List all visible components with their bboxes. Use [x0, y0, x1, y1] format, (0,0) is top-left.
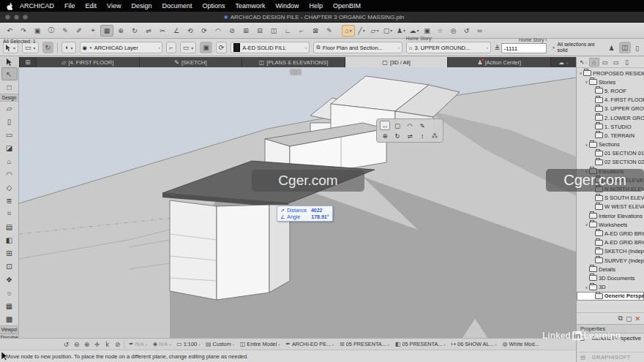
quick-option[interactable]: ✒ ARCHI-ED PE... ›	[282, 341, 337, 347]
tree-expander-icon[interactable]: ∨	[584, 222, 589, 227]
navigator-header-button[interactable]: ▭	[600, 58, 610, 67]
home-story-dropdown[interactable]: ⌂ 3. UPPER GROUND... ›	[406, 42, 491, 53]
tree-item[interactable]: 4. FIRST FLOOR	[577, 96, 644, 105]
tree-item[interactable]: ∨ Worksheets	[577, 220, 644, 229]
navigator-header-button[interactable]: ⌂	[589, 58, 599, 67]
properties-settings-row[interactable]	[577, 343, 644, 352]
quick-option[interactable]: ▤ Custom ›	[203, 341, 237, 347]
menu-item[interactable]: Options	[197, 2, 230, 10]
navigator-footer-button[interactable]: ⧉	[618, 314, 623, 323]
tree-item[interactable]: ∨ PROPOSED RESIDENCE	[577, 69, 644, 78]
tool-button[interactable]: ⊡	[1, 260, 18, 273]
menu-item[interactable]: Window	[271, 2, 304, 10]
tree-item[interactable]: ∨ 3D	[577, 283, 644, 292]
tool-button[interactable]: ≣	[1, 194, 18, 207]
tool-button[interactable]: ◇	[1, 181, 18, 194]
rotate-view-button[interactable]: ↻	[42, 42, 54, 53]
toolbar-dropdown-button[interactable]: ↺	[460, 25, 473, 37]
quick-option[interactable]: ◫ Entire Model ›	[237, 341, 283, 347]
tree-expander-icon[interactable]: ∨	[578, 71, 583, 75]
quick-option[interactable]: ◍ White Mod...	[500, 341, 544, 347]
tool-button[interactable]: ⌗	[1, 207, 18, 220]
tool-button[interactable]: ☼	[1, 286, 18, 299]
pet-palette-button[interactable]: ⁂	[430, 131, 440, 140]
toolbar-dropdown-button[interactable]: ▣	[421, 25, 434, 37]
navigator-header-button[interactable]: ▭	[611, 58, 621, 67]
tool-button[interactable]: ▤	[1, 220, 18, 233]
quick-option[interactable]: ✒ N/A ›	[126, 341, 150, 347]
tool-button[interactable]: ⌂	[1, 154, 18, 167]
toolbox-group-viewpoint[interactable]: Viewpoi	[0, 325, 18, 333]
toolbar-icon-button[interactable]: ⟳	[198, 25, 211, 37]
tool-button[interactable]: ▱	[1, 102, 18, 115]
pet-palette-button[interactable]: ⊕	[380, 131, 390, 140]
quick-option[interactable]: ◧ 05 PRESENTA... ›	[392, 341, 449, 347]
menu-item[interactable]: Teamwork	[230, 2, 270, 10]
tool-button[interactable]: ⊞	[1, 246, 18, 260]
tree-expander-icon[interactable]: ∨	[584, 80, 589, 84]
minimize-window-button[interactable]	[14, 15, 19, 20]
tree-item[interactable]: 1. STUDIO	[577, 122, 644, 131]
apple-icon[interactable]	[4, 2, 15, 10]
menu-item[interactable]: Help	[304, 2, 329, 10]
menu-item[interactable]: OpenBIM	[328, 2, 366, 10]
book-button[interactable]: ▯	[633, 43, 641, 53]
toolbar-icon-button[interactable]: ⟲	[184, 25, 197, 37]
tool-button[interactable]: ▭	[1, 128, 18, 141]
toolbar-icon-button[interactable]: ◫	[267, 25, 280, 37]
toolbar-icon-button[interactable]: ∠	[170, 25, 183, 37]
toolbar-icon-button[interactable]: ↷	[17, 25, 30, 37]
angle-value[interactable]: 178.91°	[311, 214, 329, 219]
toolbar-icon-button[interactable]: ⊕	[114, 25, 127, 37]
toolbar-icon-button[interactable]: ⌖	[86, 25, 100, 37]
tree-item[interactable]: SKETCH (Indepen	[577, 247, 644, 256]
toolbar-icon-button[interactable]: ⊠	[309, 25, 322, 37]
arrow-tool-tab-button[interactable]	[0, 57, 20, 67]
pet-palette-button[interactable]: ↔	[380, 121, 390, 130]
toolbar-dropdown-button[interactable]: ▱▾	[368, 25, 381, 37]
tool-button[interactable]: ❖	[1, 273, 18, 286]
tree-item[interactable]: ∨ Sections	[577, 140, 644, 149]
close-window-button[interactable]	[5, 15, 10, 20]
toolbar-icon-button[interactable]: ↻	[128, 25, 141, 37]
pet-palette-button[interactable]: ↕	[417, 131, 427, 140]
tree-item[interactable]: 0. TERRAIN	[577, 131, 644, 140]
quick-option[interactable]: ↦ 06 SHOW AL... ›	[448, 341, 499, 347]
tree-item[interactable]: A-ED GRID BRICK	[577, 238, 644, 247]
menu-item[interactable]: Edit	[80, 2, 102, 10]
zoom-window-button[interactable]	[23, 15, 28, 20]
distance-value[interactable]: 4022	[311, 208, 323, 213]
pet-palette-button[interactable]: ◠	[405, 121, 415, 130]
toolbar-dropdown-button[interactable]: ◎	[447, 25, 460, 37]
tree-item[interactable]: S SOUTH ELEVAT	[577, 194, 644, 203]
magnet-icon[interactable]: ◔	[550, 44, 555, 52]
navigator-footer-button[interactable]: ✕	[634, 315, 640, 323]
view-nav-button[interactable]: ⊘	[113, 341, 122, 348]
tree-item[interactable]: 3D Documents	[577, 274, 644, 282]
corner-method-button[interactable]: ⌐	[166, 42, 176, 53]
toolbar-icon-button[interactable]: ⊟	[253, 25, 266, 37]
view-nav-button[interactable]: ✛	[92, 341, 102, 348]
tool-button[interactable]: ▯	[1, 115, 18, 128]
tool-button[interactable]: ◠	[1, 167, 18, 181]
toolbox-group-design[interactable]: Design	[0, 94, 18, 102]
tree-expander-icon[interactable]: ∨	[584, 285, 589, 290]
tree-item[interactable]: Generic Perspec	[577, 292, 644, 301]
menu-item[interactable]: View	[102, 2, 126, 10]
toolbar-icon-button[interactable]: ↶	[3, 25, 16, 37]
navigator-header-button[interactable]: ↖›	[578, 58, 588, 67]
quick-option[interactable]: ⊞ 05 PRESENTA... ›	[337, 341, 392, 347]
toolbar-dropdown-button[interactable]: ▢▾	[381, 25, 394, 37]
view-tab[interactable]: ♟ [Action Center]	[448, 57, 551, 67]
menu-item[interactable]: Document	[157, 2, 197, 10]
tool-button[interactable]: ↖	[1, 67, 18, 80]
tree-item[interactable]: 02 SECTION 02 (A	[577, 158, 644, 167]
toolbar-icon-button[interactable]: ✎	[59, 25, 72, 37]
toolbar-icon-button[interactable]: ⊘	[225, 25, 239, 37]
menu-item[interactable]: Design	[126, 2, 157, 10]
tree-item[interactable]: SURVEY (Indepen	[577, 256, 644, 265]
pet-palette-button[interactable]: ✎	[417, 121, 427, 130]
toolbar-icon-button[interactable]: ✐	[72, 25, 86, 37]
tree-item[interactable]: A-ED GRID BRICK	[577, 229, 644, 238]
toolbar-icon-button[interactable]: ✎	[323, 25, 336, 37]
